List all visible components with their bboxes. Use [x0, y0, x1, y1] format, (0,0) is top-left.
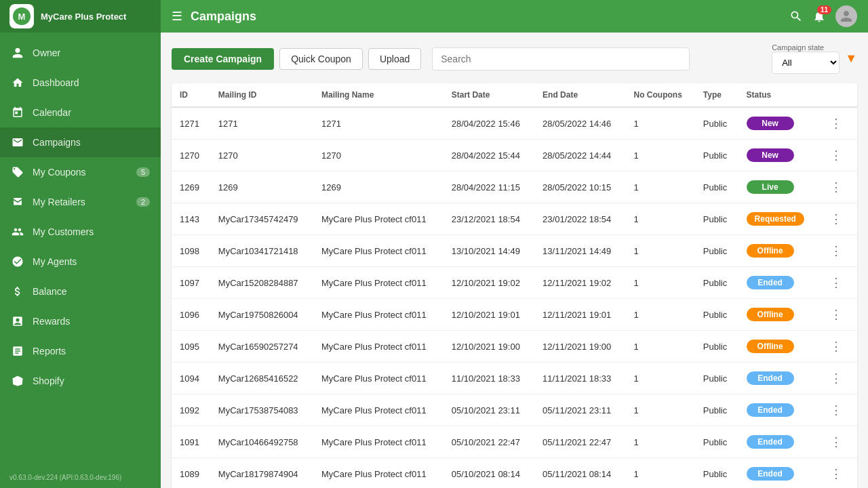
- upload-button[interactable]: Upload: [368, 48, 421, 70]
- campaign-state-label: Campaign state: [772, 43, 824, 52]
- sidebar-item-rewards[interactable]: Rewards: [0, 306, 161, 336]
- cell-row-menu: ⋮: [818, 171, 857, 203]
- sidebar-item-my-agents[interactable]: My Agents: [0, 247, 161, 277]
- campaigns-toolbar: Create Campaign Quick Coupon Upload Camp…: [172, 43, 857, 74]
- cell-row-menu: ⋮: [818, 458, 857, 489]
- status-badge: New: [747, 148, 794, 162]
- sidebar-item-label: My Agents: [33, 256, 77, 267]
- app-name: MyCare Plus Protect: [41, 12, 126, 22]
- cell-mailing-name: MyCare Plus Protect cf011: [313, 331, 443, 363]
- cell-mailing-name: MyCare Plus Protect cf011: [313, 426, 443, 458]
- app-logo: M: [9, 4, 34, 28]
- cell-type: Public: [695, 331, 738, 363]
- quick-coupon-button[interactable]: Quick Coupon: [279, 48, 363, 70]
- sidebar: M MyCare Plus Protect Owner Dashboard Ca…: [0, 0, 161, 488]
- status-badge: Offline: [747, 308, 794, 321]
- row-menu-button[interactable]: ⋮: [826, 401, 846, 419]
- cell-mailing-id: MyCar15208284887: [210, 267, 313, 299]
- cell-type: Public: [695, 235, 738, 267]
- cell-id: 1097: [172, 267, 210, 299]
- table-row: 1270 1270 1270 28/04/2022 15:44 28/05/20…: [172, 140, 857, 171]
- sidebar-item-calendar[interactable]: Calendar: [0, 98, 161, 127]
- sidebar-item-label: Dashboard: [33, 77, 79, 88]
- cell-status: New: [738, 107, 818, 140]
- cell-status: Ended: [738, 363, 818, 394]
- sidebar-item-balance[interactable]: Balance: [0, 277, 161, 306]
- calendar-icon: [11, 106, 24, 119]
- cell-status: Ended: [738, 458, 818, 489]
- sidebar-item-label: Reports: [33, 346, 66, 357]
- cell-no-coupons: 1: [626, 203, 695, 235]
- row-menu-button[interactable]: ⋮: [826, 178, 846, 196]
- row-menu-button[interactable]: ⋮: [826, 465, 846, 483]
- rewards-icon: [11, 314, 24, 328]
- sidebar-footer: v0.63.0-dev.224 (API:0.63.0-dev.196): [0, 467, 161, 488]
- cell-no-coupons: 1: [626, 363, 695, 394]
- cell-start-date: 11/10/2021 18:33: [443, 363, 534, 394]
- col-id: ID: [172, 83, 210, 107]
- table-row: 1094 MyCar12685416522 MyCare Plus Protec…: [172, 363, 857, 394]
- row-menu-button[interactable]: ⋮: [826, 115, 846, 132]
- row-menu-button[interactable]: ⋮: [826, 242, 846, 260]
- search-icon-btn[interactable]: [789, 9, 803, 23]
- sidebar-item-campaigns[interactable]: Campaigns: [0, 127, 161, 157]
- cell-start-date: 12/10/2021 19:00: [443, 331, 534, 363]
- sidebar-item-label: My Coupons: [33, 167, 86, 178]
- row-menu-button[interactable]: ⋮: [826, 274, 846, 291]
- topbar: ☰ Campaigns 11: [161, 0, 868, 33]
- row-menu-button[interactable]: ⋮: [826, 338, 846, 355]
- sidebar-item-reports[interactable]: Reports: [0, 336, 161, 366]
- cell-type: Public: [695, 394, 738, 426]
- cell-end-date: 13/11/2021 14:49: [534, 235, 625, 267]
- cell-row-menu: ⋮: [818, 203, 857, 235]
- sidebar-nav: Owner Dashboard Calendar Campaigns My Co: [0, 33, 161, 467]
- avatar[interactable]: [835, 5, 857, 27]
- campaign-state-select[interactable]: All: [772, 52, 840, 74]
- cell-start-date: 05/10/2021 22:47: [443, 426, 534, 458]
- content-area: Create Campaign Quick Coupon Upload Camp…: [161, 33, 868, 488]
- cell-status: Ended: [738, 426, 818, 458]
- cell-id: 1089: [172, 458, 210, 489]
- search-input[interactable]: [432, 47, 690, 70]
- sidebar-item-owner[interactable]: Owner: [0, 38, 161, 68]
- search-box: [432, 47, 690, 70]
- cell-type: Public: [695, 363, 738, 394]
- sidebar-item-label: My Customers: [33, 226, 94, 237]
- cell-start-date: 05/10/2021 23:11: [443, 394, 534, 426]
- sidebar-item-shopify[interactable]: Shopify: [0, 366, 161, 396]
- svg-text:M: M: [18, 12, 26, 22]
- row-menu-button[interactable]: ⋮: [826, 210, 846, 228]
- row-menu-button[interactable]: ⋮: [826, 369, 846, 387]
- row-menu-button[interactable]: ⋮: [826, 146, 846, 164]
- cell-type: Public: [695, 107, 738, 140]
- cell-mailing-id: MyCar10466492758: [210, 426, 313, 458]
- table-row: 1097 MyCar15208284887 MyCare Plus Protec…: [172, 267, 857, 299]
- cell-row-menu: ⋮: [818, 299, 857, 331]
- cell-start-date: 05/10/2021 08:14: [443, 458, 534, 489]
- cell-start-date: 12/10/2021 19:01: [443, 299, 534, 331]
- status-badge: Ended: [747, 276, 794, 289]
- sidebar-item-dashboard[interactable]: Dashboard: [0, 68, 161, 98]
- cell-type: Public: [695, 458, 738, 489]
- col-mailing-id: Mailing ID: [210, 83, 313, 107]
- main-content: ☰ Campaigns 11 Create Campaign Quick Cou…: [161, 0, 868, 488]
- agents-icon: [11, 255, 24, 268]
- filter-icon[interactable]: ▼: [845, 52, 857, 66]
- menu-icon[interactable]: ☰: [172, 9, 182, 24]
- cell-mailing-id: MyCar12685416522: [210, 363, 313, 394]
- col-actions: [818, 83, 857, 107]
- sidebar-item-label: Balance: [33, 286, 67, 297]
- sidebar-item-my-retailers[interactable]: My Retailers 2: [0, 187, 161, 217]
- sidebar-item-label: Calendar: [33, 107, 71, 118]
- create-campaign-button[interactable]: Create Campaign: [172, 48, 274, 70]
- coupons-badge: 5: [136, 167, 150, 177]
- campaign-state-wrapper: Campaign state All: [772, 43, 840, 74]
- sidebar-item-my-coupons[interactable]: My Coupons 5: [0, 157, 161, 187]
- row-menu-button[interactable]: ⋮: [826, 306, 846, 323]
- col-no-coupons: No Coupons: [626, 83, 695, 107]
- cell-end-date: 05/11/2021 23:11: [534, 394, 625, 426]
- sidebar-item-my-customers[interactable]: My Customers: [0, 217, 161, 247]
- row-menu-button[interactable]: ⋮: [826, 433, 846, 451]
- cell-end-date: 12/11/2021 19:00: [534, 331, 625, 363]
- notification-icon-btn[interactable]: 11: [812, 9, 826, 23]
